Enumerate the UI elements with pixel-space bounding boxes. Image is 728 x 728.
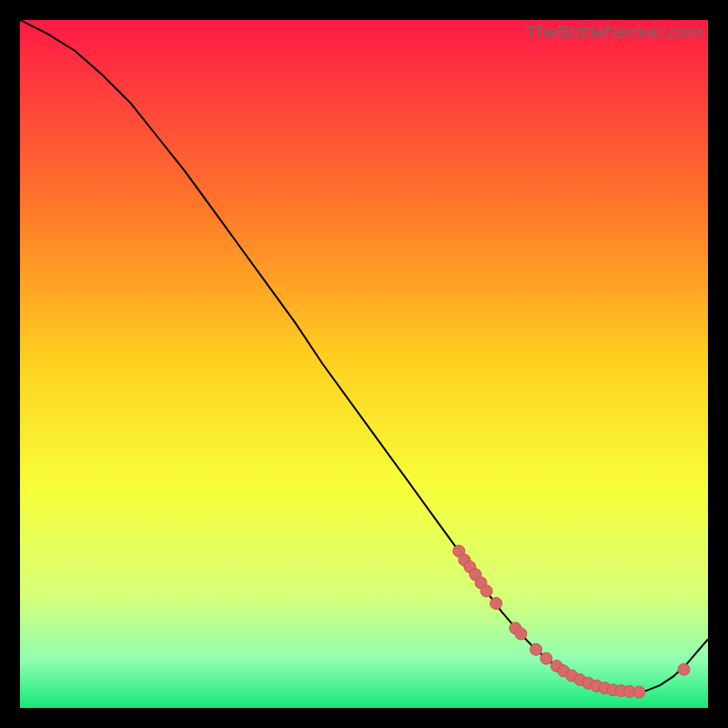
chart-svg	[20, 20, 708, 708]
watermark-text: TheBottleNecker.com	[525, 22, 703, 43]
data-point	[480, 585, 492, 597]
chart-frame: TheBottleNecker.com	[20, 20, 708, 708]
data-point	[633, 686, 645, 698]
data-point	[678, 663, 690, 675]
data-point	[490, 598, 502, 610]
data-point	[531, 643, 542, 655]
data-point	[515, 628, 527, 640]
data-point	[541, 652, 552, 664]
heatmap-background	[20, 20, 708, 708]
